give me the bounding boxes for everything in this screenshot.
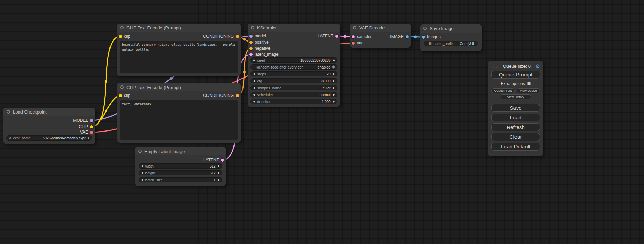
input-slot-vae: vae (350, 40, 411, 46)
output-dot-clip[interactable] (90, 125, 93, 128)
widget-label: batch_size (145, 178, 162, 182)
input-dot-model[interactable] (249, 35, 253, 38)
input-dot-images[interactable] (422, 36, 425, 39)
slot-label-clip: clip (124, 93, 130, 98)
widget-value: normal (320, 93, 331, 97)
widget-scheduler[interactable]: ◀ scheduler normal ▶ (250, 92, 337, 97)
settings-gear-icon[interactable]: ⚙ (536, 64, 540, 69)
input-dot-latent-image[interactable] (249, 53, 253, 56)
slot-label-model: model (255, 34, 266, 38)
graph-canvas[interactable]: Load Checkpoint MODEL CLIP VAE ◀ ckpt_na… (0, 0, 644, 244)
widget-batch-size[interactable]: ◀ batch_size 1 ▶ (139, 177, 222, 182)
node-vae-decode[interactable]: VAE Decode samples IMAGE vae (350, 24, 411, 48)
widget-width[interactable]: ◀ width 512 ▶ (139, 163, 222, 169)
view-queue-button[interactable]: View Queue (517, 88, 540, 93)
decrement-arrow-icon[interactable]: ◀ (141, 172, 143, 174)
node-title-bar[interactable]: VAE Decode (350, 24, 411, 32)
refresh-button[interactable]: Refresh (491, 123, 540, 131)
positive-prompt-textarea[interactable]: beautiful scenery nature glass bottle la… (120, 41, 238, 73)
decrement-arrow-icon[interactable]: ◀ (253, 59, 255, 61)
node-empty-latent-image[interactable]: Empty Latent Image LATENT ◀ width 512 ▶ … (135, 147, 226, 186)
decrement-arrow-icon[interactable]: ◀ (253, 93, 255, 96)
input-dot-clip[interactable] (119, 94, 122, 97)
output-dot-image[interactable] (406, 35, 409, 38)
node-clip-text-encode-negative[interactable]: CLIP Text Encode (Prompt) clip CONDITION… (117, 83, 241, 143)
slot-label-model: MODEL (73, 118, 88, 123)
output-dot-vae[interactable] (90, 131, 93, 134)
node-title-bar[interactable]: CLIP Text Encode (Prompt) (117, 24, 241, 32)
node-ksampler[interactable]: KSampler model LATENT positive negative … (248, 24, 340, 107)
widget-ckpt-name[interactable]: ◀ ckpt_name v1-5-pruned-emaonly.ckpt ▶ (6, 135, 92, 141)
node-title-bar[interactable]: CLIP Text Encode (Prompt) (117, 83, 241, 91)
node-save-image[interactable]: Save Image images filename_prefix ComfyU… (420, 24, 482, 51)
slot-label-image: IMAGE (390, 34, 404, 39)
increment-arrow-icon[interactable]: ▶ (333, 80, 335, 82)
collapse-dot[interactable] (7, 110, 10, 114)
collapse-dot[interactable] (423, 27, 427, 30)
output-dot-conditioning[interactable] (236, 94, 239, 97)
decrement-arrow-icon[interactable]: ◀ (253, 80, 255, 82)
input-dot-positive[interactable] (249, 41, 253, 44)
widget-random-seed-toggle[interactable]: Random seed after every gen enabled (250, 64, 337, 70)
increment-arrow-icon[interactable]: ▶ (333, 73, 335, 75)
widget-seed[interactable]: ◀ seed 156680208700286 ▶ (250, 57, 337, 63)
extra-options-checkbox[interactable] (527, 82, 531, 85)
widget-filename-prefix[interactable]: filename_prefix ComfyUI (424, 41, 478, 46)
decrement-arrow-icon[interactable]: ◀ (9, 137, 10, 139)
decrement-arrow-icon[interactable]: ◀ (141, 165, 143, 167)
widget-denoise[interactable]: ◀ denoise 1.000 ▶ (250, 99, 337, 104)
increment-arrow-icon[interactable]: ▶ (218, 179, 220, 181)
increment-arrow-icon[interactable]: ▶ (333, 59, 335, 61)
drag-handle-icon[interactable]: ⋮⋮ (491, 64, 498, 69)
queue-prompt-button[interactable]: Queue Prompt (491, 71, 540, 79)
decrement-arrow-icon[interactable]: ◀ (253, 73, 255, 75)
queue-front-button[interactable]: Queue Front (491, 88, 515, 93)
output-dot-latent[interactable] (335, 35, 338, 38)
collapse-dot[interactable] (251, 26, 254, 29)
output-dot-latent[interactable] (221, 159, 224, 162)
increment-arrow-icon[interactable]: ▶ (333, 87, 335, 89)
input-dot-samples[interactable] (352, 35, 355, 38)
negative-prompt-textarea[interactable]: text, watermark (120, 100, 238, 140)
collapse-dot[interactable] (353, 26, 356, 29)
node-load-checkpoint[interactable]: Load Checkpoint MODEL CLIP VAE ◀ ckpt_na… (3, 108, 95, 144)
increment-arrow-icon[interactable]: ▶ (218, 172, 220, 174)
widget-cfg[interactable]: ◀ cfg 8.000 ▶ (250, 78, 337, 83)
input-dot-negative[interactable] (249, 47, 253, 50)
increment-arrow-icon[interactable]: ▶ (333, 100, 335, 103)
widget-sampler-name[interactable]: ◀ sampler_name euler ▶ (250, 85, 337, 90)
collapse-dot[interactable] (138, 150, 142, 153)
extra-options-label: Extra options (501, 81, 525, 86)
increment-arrow-icon[interactable]: ▶ (333, 93, 335, 96)
decrement-arrow-icon[interactable]: ◀ (253, 87, 255, 89)
collapse-dot[interactable] (120, 85, 124, 89)
widget-label: Random seed after every gen (256, 65, 303, 69)
collapse-dot[interactable] (120, 26, 124, 29)
load-default-button[interactable]: Load Default (491, 143, 540, 151)
widget-steps[interactable]: ◀ steps 20 ▶ (250, 71, 337, 76)
toggle-knob-icon[interactable] (332, 65, 335, 69)
link-conditioning-negative-dot (243, 71, 246, 73)
node-clip-text-encode-positive[interactable]: CLIP Text Encode (Prompt) clip CONDITION… (117, 24, 241, 76)
widget-label: sampler_name (257, 86, 281, 90)
load-button[interactable]: Load (491, 114, 540, 121)
node-title-bar[interactable]: Save Image (420, 24, 482, 33)
decrement-arrow-icon[interactable]: ◀ (253, 100, 255, 103)
view-history-button[interactable]: View History (500, 94, 531, 99)
increment-arrow-icon[interactable]: ▶ (88, 137, 90, 139)
input-slot-latent-image: latent_image (248, 52, 340, 57)
node-title-bar[interactable]: Empty Latent Image (135, 147, 226, 155)
decrement-arrow-icon[interactable]: ◀ (141, 179, 143, 181)
input-dot-clip[interactable] (119, 35, 122, 38)
node-title-bar[interactable]: KSampler (248, 24, 340, 32)
output-slot-model: MODEL (3, 118, 95, 123)
input-dot-vae[interactable] (352, 42, 355, 45)
clear-button[interactable]: Clear (491, 133, 540, 141)
output-dot-conditioning[interactable] (236, 35, 239, 38)
node-title-bar[interactable]: Load Checkpoint (3, 108, 95, 116)
widget-height[interactable]: ◀ height 512 ▶ (139, 170, 222, 175)
widget-label: cfg (257, 79, 262, 83)
save-button[interactable]: Save (491, 104, 540, 112)
output-dot-model[interactable] (90, 119, 93, 122)
increment-arrow-icon[interactable]: ▶ (218, 165, 220, 167)
